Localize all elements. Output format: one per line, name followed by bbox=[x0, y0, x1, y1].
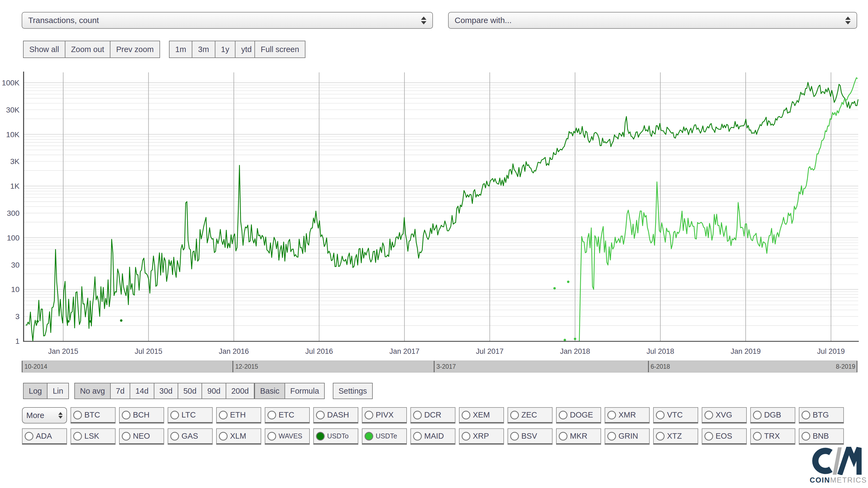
radio-icon bbox=[510, 411, 519, 419]
coin-toggle-trx[interactable]: TRX bbox=[750, 428, 795, 445]
navigator-divider bbox=[648, 361, 649, 372]
coin-toggle-bnb[interactable]: BNB bbox=[799, 428, 844, 445]
navigator-label: 3-2017 bbox=[436, 363, 456, 370]
coin-toggle-gas[interactable]: GAS bbox=[167, 428, 213, 445]
controls-button-no-avg[interactable]: No avg bbox=[74, 383, 111, 399]
range-navigator[interactable]: 10-201412-20153-20176-20188-2019 bbox=[22, 361, 858, 372]
radio-icon bbox=[268, 432, 276, 441]
controls-button-log[interactable]: Log bbox=[23, 383, 48, 399]
coin-toggle-ada[interactable]: ADA bbox=[22, 428, 67, 445]
radio-icon bbox=[316, 432, 325, 441]
coin-toggle-etc[interactable]: ETC bbox=[265, 407, 310, 423]
radio-icon bbox=[462, 411, 470, 419]
coin-toggle-xlm[interactable]: XLM bbox=[216, 428, 261, 445]
controls-button-50d[interactable]: 50d bbox=[178, 383, 202, 399]
coin-more-select[interactable]: More bbox=[22, 407, 67, 423]
controls-button-30d[interactable]: 30d bbox=[154, 383, 178, 399]
coin-label: BNB bbox=[813, 432, 829, 441]
coin-label: MKR bbox=[570, 432, 587, 441]
svg-text:1K: 1K bbox=[10, 182, 20, 190]
radio-icon bbox=[122, 432, 130, 441]
controls-button-formula[interactable]: Formula bbox=[284, 383, 325, 399]
radio-icon bbox=[462, 432, 470, 441]
series-USDTo-point bbox=[36, 320, 39, 323]
navigator-label: 8-2019 bbox=[836, 363, 855, 370]
radio-icon bbox=[753, 411, 762, 419]
coin-label: BTG bbox=[813, 411, 829, 419]
coin-toggle-eos[interactable]: EOS bbox=[702, 428, 747, 445]
coin-toggle-zec[interactable]: ZEC bbox=[507, 407, 553, 423]
coin-toggle-waves[interactable]: WAVES bbox=[265, 428, 310, 445]
coin-label: ZEC bbox=[521, 411, 537, 419]
coinmetrics-logo-text: COINMETRICS bbox=[810, 477, 867, 484]
coin-toggle-usdto[interactable]: USDTo bbox=[313, 428, 358, 445]
coinmetrics-logo-mark bbox=[811, 447, 865, 475]
navigator-divider bbox=[857, 361, 858, 372]
coin-toggle-bsv[interactable]: BSV bbox=[507, 428, 553, 445]
controls-button-settings[interactable]: Settings bbox=[333, 383, 373, 399]
radio-icon bbox=[25, 432, 33, 441]
coin-toggle-doge[interactable]: DOGE bbox=[556, 407, 601, 423]
coin-toggle-usdte[interactable]: USDTe bbox=[362, 428, 407, 445]
controls-button-basic[interactable]: Basic bbox=[254, 383, 285, 399]
coin-label: DASH bbox=[327, 411, 349, 419]
chart-svg[interactable]: 100K30K10K3K1K300100301031Jan 2015Jul 20… bbox=[0, 0, 868, 358]
svg-text:10K: 10K bbox=[6, 130, 20, 139]
coin-toggle-dash[interactable]: DASH bbox=[313, 407, 358, 423]
radio-icon bbox=[559, 432, 567, 441]
coin-toggle-ltc[interactable]: LTC bbox=[167, 407, 213, 423]
coin-toggle-btc[interactable]: BTC bbox=[70, 407, 116, 423]
radio-icon bbox=[656, 411, 664, 419]
coin-toggle-neo[interactable]: NEO bbox=[119, 428, 164, 445]
coinmetrics-charting-tool: Transactions, count Compare with... Show… bbox=[0, 0, 868, 488]
radio-icon bbox=[802, 432, 810, 441]
bottom-toolbar: LogLinNo avg7d14d30d50d90d200dBasicFormu… bbox=[0, 383, 868, 399]
navigator-divider bbox=[434, 361, 435, 372]
coin-toggle-eth[interactable]: ETH bbox=[216, 407, 261, 423]
coin-label: XMR bbox=[618, 411, 636, 419]
coin-toggle-bch[interactable]: BCH bbox=[119, 407, 164, 423]
coin-toggle-xem[interactable]: XEM bbox=[459, 407, 504, 423]
coin-toggle-maid[interactable]: MAID bbox=[410, 428, 456, 445]
radio-icon bbox=[316, 411, 325, 419]
coin-toggle-btg[interactable]: BTG bbox=[799, 407, 844, 423]
svg-text:Jan 2016: Jan 2016 bbox=[219, 347, 249, 355]
svg-text:3K: 3K bbox=[10, 157, 20, 166]
coin-label: XTZ bbox=[667, 432, 682, 441]
coin-toggle-grin[interactable]: GRIN bbox=[604, 428, 650, 445]
coin-toggle-xtz[interactable]: XTZ bbox=[653, 428, 698, 445]
coin-label: GRIN bbox=[618, 432, 638, 441]
controls-button-200d[interactable]: 200d bbox=[226, 383, 255, 399]
chart-plot-area[interactable]: 100K30K10K3K1K300100301031Jan 2015Jul 20… bbox=[0, 0, 868, 358]
coin-toggle-pivx[interactable]: PIVX bbox=[362, 407, 407, 423]
radio-icon bbox=[365, 432, 373, 441]
svg-text:30: 30 bbox=[11, 261, 20, 269]
radio-icon bbox=[656, 432, 664, 441]
coin-toggle-xmr[interactable]: XMR bbox=[604, 407, 650, 423]
svg-text:Jan 2018: Jan 2018 bbox=[560, 347, 590, 355]
coin-toggle-dgb[interactable]: DGB bbox=[750, 407, 795, 423]
navigator-divider bbox=[22, 361, 23, 372]
controls-button-90d[interactable]: 90d bbox=[202, 383, 226, 399]
controls-button-14d[interactable]: 14d bbox=[130, 383, 154, 399]
coin-toggle-xrp[interactable]: XRP bbox=[459, 428, 504, 445]
series-USDTo-point bbox=[67, 320, 69, 323]
coin-label: NEO bbox=[133, 432, 150, 441]
coin-label: USDTe bbox=[376, 432, 397, 440]
series-USDTe-point bbox=[567, 281, 569, 283]
controls-group-scale: LogLin bbox=[23, 383, 69, 399]
coin-toggle-vtc[interactable]: VTC bbox=[653, 407, 698, 423]
coin-toggle-xvg[interactable]: XVG bbox=[702, 407, 747, 423]
controls-button-7d[interactable]: 7d bbox=[110, 383, 130, 399]
series-USDTo-point bbox=[120, 319, 122, 322]
coin-toggle-lsk[interactable]: LSK bbox=[70, 428, 116, 445]
svg-text:Jan 2019: Jan 2019 bbox=[731, 347, 761, 355]
radio-icon bbox=[170, 432, 179, 441]
coin-toggle-mkr[interactable]: MKR bbox=[556, 428, 601, 445]
coin-label: VTC bbox=[667, 411, 683, 419]
radio-icon bbox=[607, 432, 616, 441]
svg-text:Jan 2017: Jan 2017 bbox=[389, 347, 420, 355]
coin-toggle-dcr[interactable]: DCR bbox=[410, 407, 456, 423]
navigator-divider bbox=[232, 361, 233, 372]
controls-button-lin[interactable]: Lin bbox=[47, 383, 69, 399]
